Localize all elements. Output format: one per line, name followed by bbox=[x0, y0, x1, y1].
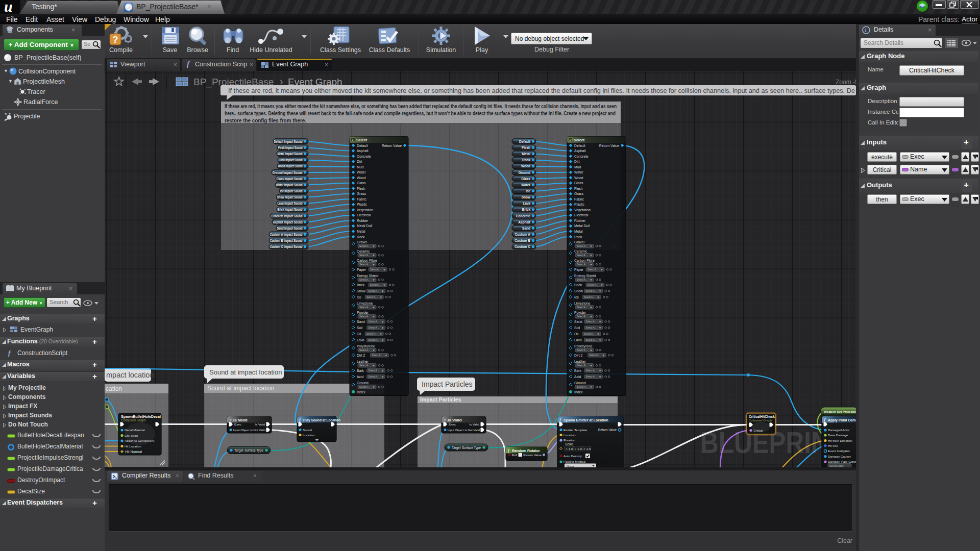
svg-text:Energy Shield: Energy Shield bbox=[357, 274, 379, 278]
svg-text:Dirt 2: Dirt 2 bbox=[357, 354, 365, 357]
svg-text:Damage Causer: Damage Causer bbox=[828, 455, 851, 458]
svg-text:Decal Material: Decal Material bbox=[125, 428, 145, 432]
svg-text:Rock: Rock bbox=[522, 158, 530, 162]
svg-text:Metal: Metal bbox=[522, 152, 530, 156]
svg-text:Glass: Glass bbox=[357, 181, 366, 185]
svg-text:restore the config files from: restore the config files from there. bbox=[225, 117, 306, 123]
svg-text:Dirt 2: Dirt 2 bbox=[574, 354, 582, 357]
svg-text:Sound at impact location: Sound at impact location bbox=[209, 368, 282, 376]
svg-text:Select A...: Select A... bbox=[359, 263, 370, 266]
svg-text:Lava: Lava bbox=[523, 202, 530, 205]
svg-text:Bark: Bark bbox=[357, 369, 364, 372]
svg-text:Z: Z bbox=[583, 447, 585, 450]
svg-text:Metal Impact Sound: Metal Impact Sound bbox=[278, 152, 303, 156]
svg-text:Lava: Lava bbox=[574, 338, 582, 342]
svg-text:Collapsed Graph: Collapsed Graph bbox=[121, 418, 146, 422]
svg-text:Soil: Soil bbox=[574, 326, 580, 330]
svg-text:Limestone: Limestone bbox=[574, 302, 591, 305]
svg-text:Location: Location bbox=[303, 433, 315, 437]
svg-text:Select A...: Select A... bbox=[359, 254, 370, 257]
svg-text:Attach to Component: Attach to Component bbox=[125, 439, 154, 442]
svg-text:Select A...: Select A... bbox=[370, 268, 381, 271]
svg-text:Carbon Fibre: Carbon Fibre bbox=[574, 259, 595, 262]
svg-text:Custom A: Custom A bbox=[515, 233, 531, 236]
svg-text:Custom B: Custom B bbox=[514, 239, 530, 242]
svg-text:Gravel: Gravel bbox=[357, 240, 368, 244]
svg-text:Powder: Powder bbox=[574, 311, 586, 314]
svg-text:Grass: Grass bbox=[574, 192, 584, 195]
svg-text:Return Value: Return Value bbox=[599, 144, 619, 147]
svg-text:Water Impact Sound: Water Impact Sound bbox=[276, 183, 303, 187]
svg-text:?: ? bbox=[444, 418, 446, 422]
svg-text:Plastic: Plastic bbox=[574, 203, 585, 206]
svg-text:Is Valid: Is Valid bbox=[233, 418, 248, 422]
svg-text:Dirt: Dirt bbox=[574, 160, 580, 163]
svg-text:Snow: Snow bbox=[522, 195, 531, 199]
svg-text:Index: Index bbox=[574, 390, 583, 394]
svg-text:X: X bbox=[566, 447, 568, 450]
svg-text:Hit Info: Hit Info bbox=[828, 444, 838, 447]
svg-text:Water: Water bbox=[521, 183, 530, 187]
svg-text:Fabric: Fabric bbox=[574, 197, 584, 201]
svg-text:›: › bbox=[280, 76, 283, 87]
svg-text:Auto Destroy: Auto Destroy bbox=[564, 454, 582, 458]
svg-text:Acid: Acid bbox=[574, 375, 581, 379]
svg-text:Select A...: Select A... bbox=[584, 296, 595, 298]
svg-text:1.0: 1.0 bbox=[569, 447, 573, 450]
svg-text:Energy Shield: Energy Shield bbox=[574, 274, 596, 278]
svg-text:Return Value: Return Value bbox=[382, 144, 402, 147]
svg-text:Emitter Template: Emitter Template bbox=[564, 428, 587, 432]
svg-text:Gravel: Gravel bbox=[574, 240, 585, 244]
svg-text:Select A...: Select A... bbox=[369, 369, 379, 372]
svg-text:Select A...: Select A... bbox=[372, 354, 382, 357]
svg-text:Leather: Leather bbox=[357, 360, 369, 363]
svg-text:Rubber: Rubber bbox=[574, 219, 586, 222]
svg-text:Select A...: Select A... bbox=[586, 339, 597, 341]
svg-text:Select A...: Select A... bbox=[577, 349, 587, 352]
svg-text:Select A...: Select A... bbox=[577, 306, 587, 309]
svg-text:Surface Type: Surface Type bbox=[462, 446, 481, 450]
svg-text:Damage Type Class: Damage Type Class bbox=[828, 460, 856, 463]
svg-text:Select A...: Select A... bbox=[366, 333, 377, 335]
svg-text:Vegetation: Vegetation bbox=[574, 208, 591, 212]
svg-text:Select A...: Select A... bbox=[359, 279, 370, 281]
svg-text:Default: Default bbox=[519, 140, 531, 143]
svg-text:Select A...: Select A... bbox=[577, 245, 587, 247]
svg-text:Default: Default bbox=[357, 144, 368, 147]
svg-text:Default Impact Sound: Default Impact Sound bbox=[274, 140, 303, 144]
svg-text:Limestone: Limestone bbox=[357, 302, 373, 305]
svg-text:Select A...: Select A... bbox=[577, 364, 587, 367]
svg-text:Select A...: Select A... bbox=[359, 306, 370, 309]
svg-text:Brick: Brick bbox=[574, 283, 582, 287]
svg-text:Bark: Bark bbox=[574, 369, 582, 372]
svg-text:Select A...: Select A... bbox=[587, 268, 598, 271]
svg-text:Lava: Lava bbox=[357, 338, 364, 342]
svg-text:Select A...: Select A... bbox=[577, 254, 587, 257]
svg-text:Apply Point Damage: Apply Point Damage bbox=[828, 418, 857, 422]
svg-text:Exec: Exec bbox=[449, 422, 456, 426]
svg-text:mpact location: mpact location bbox=[106, 371, 154, 379]
svg-text:Metal Dull: Metal Dull bbox=[357, 224, 373, 228]
svg-text:Metal: Metal bbox=[574, 230, 583, 233]
svg-text:Rock: Rock bbox=[357, 235, 365, 239]
svg-text:Zoom -5: Zoom -5 bbox=[836, 79, 857, 86]
svg-text:Flesh: Flesh bbox=[357, 187, 365, 190]
svg-text:Oil: Oil bbox=[574, 332, 579, 336]
svg-text:i: i bbox=[865, 28, 867, 33]
svg-text:Event Instigator: Event Instigator bbox=[828, 449, 850, 453]
svg-text:Select A...: Select A... bbox=[359, 315, 370, 318]
svg-text:Select Class: Select Class bbox=[829, 464, 844, 467]
svg-text:Sand: Sand bbox=[574, 320, 582, 323]
svg-text:Lava Impact Sound: Lava Impact Sound bbox=[278, 202, 303, 206]
svg-text:Select A...: Select A... bbox=[577, 263, 587, 266]
svg-text:Sand Impact Sound: Sand Impact Sound bbox=[277, 227, 303, 231]
svg-text:Is Not Valid: Is Not Valid bbox=[464, 429, 480, 432]
svg-text:Is Valid: Is Valid bbox=[448, 418, 462, 422]
svg-text:Custom A Impact Sound: Custom A Impact Sound bbox=[270, 233, 303, 237]
svg-text:Select: Select bbox=[356, 138, 368, 142]
svg-text:Location: Location bbox=[564, 433, 576, 437]
svg-text:Hit Normal: Hit Normal bbox=[125, 450, 142, 454]
svg-text:Brick Impact Sound: Brick Impact Sound bbox=[278, 208, 303, 212]
svg-text:Snow: Snow bbox=[574, 289, 583, 293]
svg-text:Spawn Emitter at Location: Spawn Emitter at Location bbox=[564, 418, 608, 422]
